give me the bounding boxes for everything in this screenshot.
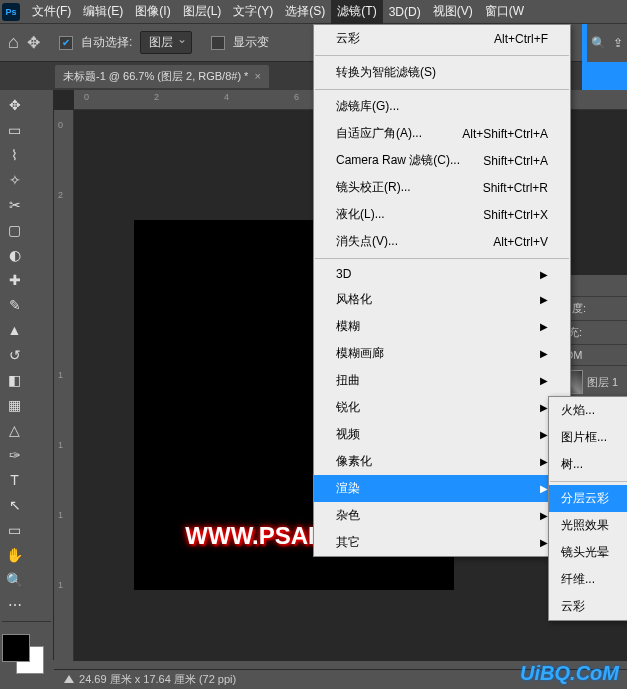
- color-swatches[interactable]: [2, 634, 51, 674]
- menu-entry[interactable]: 风格化▶: [314, 286, 570, 313]
- menu-entry[interactable]: Camera Raw 滤镜(C)...Shift+Ctrl+A: [314, 147, 570, 174]
- submenu-entry[interactable]: 火焰...: [549, 397, 627, 424]
- brand-watermark: UiBQ.CoM: [520, 662, 619, 685]
- search-icon[interactable]: 🔍: [591, 36, 606, 50]
- menu-separator: [315, 55, 569, 56]
- menu-item[interactable]: 图像(I): [129, 0, 176, 24]
- toolbox: ✥ ▭ ⌇ ✧ ✂ ▢ ◐ ✚ ✎ ▲ ↺ ◧ ▦ △ ✑ T ↖ ▭ ✋ 🔍 …: [0, 90, 54, 660]
- menu-entry[interactable]: 液化(L)...Shift+Ctrl+X: [314, 201, 570, 228]
- submenu-entry[interactable]: 纤维...: [549, 566, 627, 593]
- stamp-tool-icon[interactable]: ▲: [2, 317, 27, 342]
- move-tool-icon[interactable]: ✥: [2, 92, 27, 117]
- menu-entry[interactable]: 杂色▶: [314, 502, 570, 529]
- app-icon: Ps: [2, 3, 20, 21]
- menu-item[interactable]: 窗口(W: [479, 0, 530, 24]
- menu-item[interactable]: 视图(V): [427, 0, 479, 24]
- menu-entry[interactable]: 渲染▶: [314, 475, 570, 502]
- menu-entry[interactable]: 自适应广角(A)...Alt+Shift+Ctrl+A: [314, 120, 570, 147]
- auto-select-target[interactable]: 图层: [140, 31, 192, 54]
- show-transform-label: 显示变: [233, 34, 269, 51]
- auto-select-checkbox[interactable]: ✔: [59, 36, 73, 50]
- layer-name: 图层 1: [587, 375, 618, 390]
- healing-tool-icon[interactable]: ✚: [2, 267, 27, 292]
- eraser-tool-icon[interactable]: ◧: [2, 367, 27, 392]
- foreground-swatch[interactable]: [2, 634, 30, 662]
- zoom-tool-icon[interactable]: 🔍: [2, 567, 27, 592]
- magic-wand-tool-icon[interactable]: ✧: [2, 167, 27, 192]
- more-tools-icon[interactable]: ⋯: [2, 592, 27, 617]
- submenu-entry[interactable]: 云彩: [549, 593, 627, 620]
- menu-entry[interactable]: 滤镜库(G)...: [314, 93, 570, 120]
- menu-entry[interactable]: 锐化▶: [314, 394, 570, 421]
- shape-tool-icon[interactable]: ▭: [2, 517, 27, 542]
- menu-entry[interactable]: 消失点(V)...Alt+Ctrl+V: [314, 228, 570, 255]
- close-icon[interactable]: ×: [254, 70, 260, 82]
- status-text: 24.69 厘米 x 17.64 厘米 (72 ppi): [79, 673, 236, 685]
- share-icon[interactable]: ⇪: [613, 36, 623, 50]
- menu-bar: Ps 文件(F)编辑(E)图像(I)图层(L)文字(Y)选择(S)滤镜(T)3D…: [0, 0, 627, 24]
- submenu-entry[interactable]: 分层云彩: [549, 485, 627, 512]
- render-submenu: 火焰...图片框...树...分层云彩光照效果镜头光晕纤维...云彩: [548, 396, 627, 621]
- lasso-tool-icon[interactable]: ⌇: [2, 142, 27, 167]
- menu-entry[interactable]: 扭曲▶: [314, 367, 570, 394]
- status-arrow-icon[interactable]: [64, 675, 74, 683]
- menu-entry[interactable]: 其它▶: [314, 529, 570, 556]
- menu-entry[interactable]: 云彩Alt+Ctrl+F: [314, 25, 570, 52]
- filter-menu-dropdown: 云彩Alt+Ctrl+F转换为智能滤镜(S)滤镜库(G)...自适应广角(A).…: [313, 24, 571, 557]
- menu-entry[interactable]: 镜头校正(R)...Shift+Ctrl+R: [314, 174, 570, 201]
- menu-item[interactable]: 3D(D): [383, 0, 427, 24]
- pen-tool-icon[interactable]: ✑: [2, 442, 27, 467]
- menu-entry[interactable]: 像素化▶: [314, 448, 570, 475]
- menu-separator: [315, 89, 569, 90]
- show-transform-checkbox[interactable]: [211, 36, 225, 50]
- auto-select-label: 自动选择:: [81, 34, 132, 51]
- menu-entry[interactable]: 转换为智能滤镜(S): [314, 59, 570, 86]
- top-right-icons: 🔍 ⇪: [587, 24, 627, 62]
- submenu-entry[interactable]: 图片框...: [549, 424, 627, 451]
- menu-item[interactable]: 文件(F): [26, 0, 77, 24]
- submenu-entry[interactable]: 光照效果: [549, 512, 627, 539]
- blur-tool-icon[interactable]: △: [2, 417, 27, 442]
- menu-item[interactable]: 图层(L): [177, 0, 228, 24]
- brush-tool-icon[interactable]: ✎: [2, 292, 27, 317]
- menu-item[interactable]: 文字(Y): [227, 0, 279, 24]
- menu-separator: [550, 481, 627, 482]
- move-tool-icon[interactable]: ✥: [27, 33, 40, 52]
- eyedropper-tool-icon[interactable]: ◐: [2, 242, 27, 267]
- type-tool-icon[interactable]: T: [2, 467, 27, 492]
- menu-entry[interactable]: 模糊画廊▶: [314, 340, 570, 367]
- gradient-tool-icon[interactable]: ▦: [2, 392, 27, 417]
- menu-item[interactable]: 滤镜(T): [331, 0, 382, 24]
- submenu-entry[interactable]: 树...: [549, 451, 627, 478]
- marquee-tool-icon[interactable]: ▭: [2, 117, 27, 142]
- ruler-vertical: 0 2 1 1 1 1: [54, 110, 74, 661]
- submenu-entry[interactable]: 镜头光晕: [549, 539, 627, 566]
- menu-entry[interactable]: 模糊▶: [314, 313, 570, 340]
- menu-entry[interactable]: 视频▶: [314, 421, 570, 448]
- menu-separator: [315, 258, 569, 259]
- hand-tool-icon[interactable]: ✋: [2, 542, 27, 567]
- menu-item[interactable]: 选择(S): [279, 0, 331, 24]
- crop-tool-icon[interactable]: ✂: [2, 192, 27, 217]
- frame-tool-icon[interactable]: ▢: [2, 217, 27, 242]
- path-tool-icon[interactable]: ↖: [2, 492, 27, 517]
- document-tab-title: 未标题-1 @ 66.7% (图层 2, RGB/8#) *: [63, 69, 248, 84]
- menu-entry[interactable]: 3D▶: [314, 262, 570, 286]
- document-tab[interactable]: 未标题-1 @ 66.7% (图层 2, RGB/8#) * ×: [55, 65, 269, 88]
- history-brush-tool-icon[interactable]: ↺: [2, 342, 27, 367]
- home-icon[interactable]: ⌂: [8, 32, 19, 53]
- menu-item[interactable]: 编辑(E): [77, 0, 129, 24]
